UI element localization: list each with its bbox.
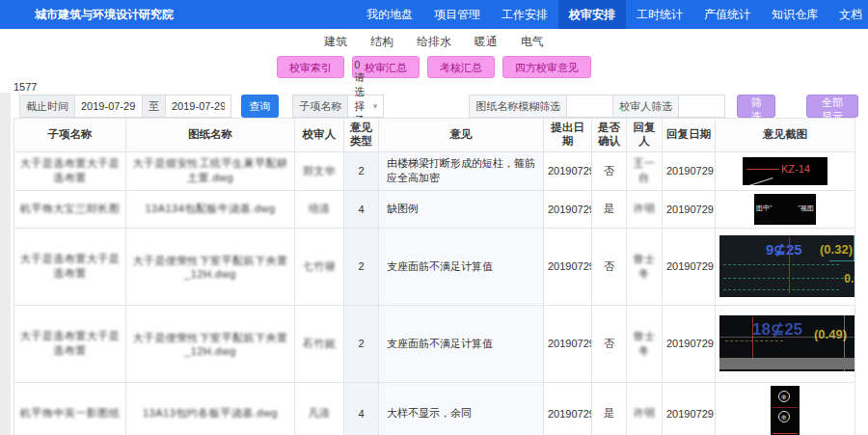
show-all-button[interactable]: 全部显示 — [806, 95, 858, 118]
screenshot-detail — [829, 260, 854, 261]
cell-opinion-text: 大样不显示，余同 — [379, 382, 544, 435]
screenshot-detail: 0.0 — [844, 272, 854, 285]
column-header: 回复日期 — [663, 119, 716, 152]
screenshot-detail: (0.32) — [820, 242, 853, 257]
cell-reply-date: 20190729 — [663, 151, 716, 190]
opinion-screenshot-image[interactable]: ⊕⊕ — [771, 386, 800, 435]
cell-subitem-name: 大于是选布置大于是选布置 — [14, 228, 126, 305]
cell-confirmed: 否 — [592, 228, 627, 305]
cell-replier: 王一自 — [627, 151, 663, 190]
cell-screenshot: ⊕⊕ — [716, 382, 855, 435]
cell-opinion-text: 缺图例 — [379, 190, 544, 228]
nav-item[interactable]: 知识仓库 — [761, 0, 828, 29]
toolbar-button[interactable]: 考核汇总 — [427, 56, 495, 78]
nav-item[interactable]: 工时统计 — [626, 0, 693, 29]
screenshot-detail — [723, 289, 839, 290]
cell-reply-date: 20190729 — [663, 305, 716, 382]
nav-item[interactable]: 我的地盘 — [356, 0, 423, 29]
toolbar-button[interactable]: 四方校审意见 — [502, 56, 591, 78]
screenshot-detail — [773, 407, 798, 408]
screenshot-detail — [789, 237, 790, 293]
screenshot-detail: KZ-14 — [781, 163, 810, 175]
table-body: 大于是选布置大于是选布置大于是烦安性工统平生夏早配耕土置.dwg郑文华2由楼梯梁… — [14, 151, 855, 435]
toolbar-button[interactable]: 校审索引 — [277, 56, 344, 78]
nav-item[interactable]: 项目管理 — [423, 0, 491, 29]
column-header: 子项名称 — [14, 119, 126, 152]
table-row: 大于是选布置大于是选布置大于是烦安性工统平生夏早配耕土置.dwg郑文华2由楼梯梁… — [14, 151, 855, 190]
cell-screenshot: 图中""视图· · · · · — [716, 190, 855, 228]
opinion-screenshot-image[interactable]: 9⊈25(0.32)0.0 — [719, 235, 855, 297]
cell-screenshot: 18⊈25(0.49) — [716, 305, 855, 382]
subnav-link[interactable]: 电气 — [521, 34, 544, 50]
cell-reply-date: 20190729 — [663, 228, 716, 305]
cell-submit-date: 20190729 — [544, 190, 592, 228]
discipline-subnav: 建筑结构给排水暖通电气 — [0, 29, 868, 54]
cell-replier: 许明 — [627, 382, 663, 435]
cell-reviewer: 凡清 — [295, 382, 344, 435]
opinion-screenshot-image[interactable]: 图中""视图· · · · · — [754, 194, 816, 225]
cell-confirmed: 是 — [592, 190, 627, 228]
screenshot-detail — [719, 358, 855, 369]
cell-reviewer: 郑文华 — [295, 151, 344, 190]
cell-submit-date: 20190729 — [544, 151, 592, 190]
cell-opinion-type: 2 — [344, 228, 379, 305]
table-row: 大于是选布置大于是选布置大于是便荣性下室平配筋下央置_12H.dwg石竹妮2支座… — [14, 305, 855, 382]
screenshot-detail — [752, 317, 753, 362]
cell-reply-date: 20190729 — [663, 382, 716, 435]
table-row: 机平饰中英一影图纸13A13包约各板平浇基.dwg凡清4大样不显示，余同2019… — [14, 382, 855, 435]
screenshot-detail: 图中" — [756, 204, 773, 213]
column-header: 提出日期 — [544, 119, 592, 152]
main-menu: 我的地盘项目管理工作安排校审安排工时统计产值统计知识仓库文档组织后台 — [356, 0, 868, 29]
nav-item[interactable]: 工作安排 — [491, 0, 558, 29]
cell-drawing-name: 大于是便荣性下室平配筋下央置_12H.dwg — [126, 305, 295, 382]
cell-reply-date: 20190729 — [663, 190, 716, 228]
screenshot-detail: "视图 — [799, 204, 815, 213]
cell-replier: 曾士冬 — [627, 228, 663, 305]
subnav-link[interactable]: 结构 — [370, 34, 393, 50]
subnav-link[interactable]: 建筑 — [324, 34, 347, 50]
cell-confirmed: 否 — [592, 305, 627, 382]
nav-item[interactable]: 文档 — [828, 0, 868, 29]
cell-submit-date: 20190729 — [544, 228, 592, 305]
query-button[interactable]: 查询 — [241, 95, 279, 118]
subitem-label: 子项名称 — [292, 95, 348, 118]
cell-screenshot: 9⊈25(0.32)0.0 — [716, 228, 855, 305]
opinion-screenshot-image[interactable]: KZ-14 — [743, 157, 827, 185]
column-header: 图纸名称 — [126, 119, 295, 152]
cell-reviewer: 七竹寝 — [295, 228, 344, 305]
screenshot-detail — [748, 177, 773, 185]
deadline-from-input[interactable] — [75, 95, 143, 118]
screenshot-detail: ⊕ — [778, 411, 790, 422]
subnav-link[interactable]: 给排水 — [417, 34, 451, 50]
report-toolbar: 校审索引校审汇总考核汇总四方校审意见 — [0, 56, 868, 81]
deadline-to-input[interactable] — [166, 95, 231, 118]
nav-item[interactable]: 产值统计 — [693, 0, 761, 29]
cell-opinion-type: 4 — [344, 190, 379, 228]
opinion-screenshot-image[interactable]: 18⊈25(0.49) — [719, 315, 855, 371]
reviewer-filter-input[interactable] — [679, 95, 725, 118]
screenshot-detail: (0.49) — [814, 327, 847, 341]
select-caret-icon: ▾ — [373, 101, 378, 111]
cell-opinion-text: 支座面筋不满足计算值 — [379, 228, 544, 305]
column-header: 是否确认 — [592, 119, 627, 152]
cell-drawing-name: 13A13包约各板平浇基.dwg — [126, 382, 295, 435]
column-header: 意见 — [379, 119, 544, 152]
screenshot-detail — [746, 169, 779, 170]
cell-drawing-name: 13A134包配板牛浇基.dwg — [126, 190, 295, 228]
cell-drawing-name: 大于是烦安性工统平生夏早配耕土置.dwg — [126, 151, 295, 190]
nav-item[interactable]: 校审安排 — [558, 0, 626, 29]
deadline-label: 截止时间 — [19, 95, 75, 118]
cell-opinion-text: 由楼梯梁打断形成的短柱，箍筋应全高加密 — [379, 151, 544, 190]
cell-subitem-name: 机平饰中英一影图纸 — [14, 382, 126, 435]
column-header: 意见类型 — [344, 119, 379, 152]
cell-replier: 许明 — [627, 190, 663, 228]
top-navbar: 城市建筑与环境设计研究院 我的地盘项目管理工作安排校审安排工时统计产值统计知识仓… — [0, 0, 868, 29]
screenshot-detail — [854, 235, 854, 260]
subitem-select[interactable]: 0请选择子项0 ▾ — [348, 95, 384, 118]
filter-button[interactable]: 筛选 — [737, 95, 775, 118]
drawing-filter-input[interactable] — [567, 95, 613, 118]
table-row: 机平饰大宝三郎长图13A134包配板牛浇基.dwg培清4缺图例20190729是… — [14, 190, 855, 228]
subnav-link[interactable]: 暖通 — [475, 34, 498, 50]
cell-confirmed: 是 — [592, 382, 627, 435]
cell-replier: 曾士冬 — [627, 305, 663, 382]
